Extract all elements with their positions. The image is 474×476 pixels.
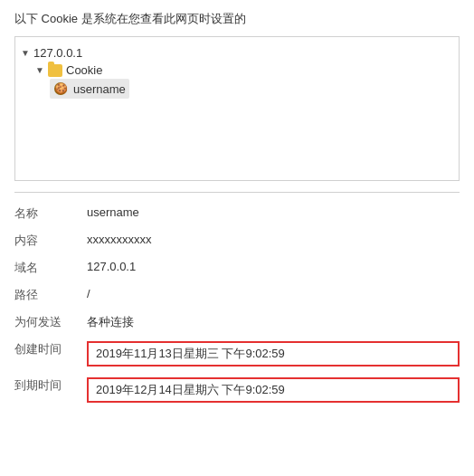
tree-root-label: 127.0.0.1 [33,46,82,60]
detail-value-created: 2019年11月13日星期三 下午9:02:59 [87,341,460,367]
cookie-circle-shape [54,82,67,95]
detail-row-content: 内容 xxxxxxxxxxx [14,227,460,254]
detail-value-name: username [87,205,460,219]
page-title: 以下 Cookie 是系统在您查看此网页时设置的 [14,11,460,27]
page-container: 以下 Cookie 是系统在您查看此网页时设置的 ▼ 127.0.0.1 ▼ C… [0,0,474,476]
tree-node-username[interactable]: username [50,79,129,99]
detail-row-expires: 到期时间 2019年12月14日星期六 下午9:02:59 [14,372,460,408]
detail-row-send: 为何发送 各种连接 [14,309,460,336]
detail-row-name: 名称 username [14,200,460,227]
detail-row-created: 创建时间 2019年11月13日星期三 下午9:02:59 [14,336,460,372]
detail-label-expires: 到期时间 [14,377,87,394]
detail-label-path: 路径 [14,287,87,303]
detail-value-expires: 2019年12月14日星期六 下午9:02:59 [87,377,460,403]
detail-label-send: 为何发送 [14,314,87,330]
details-table: 名称 username 内容 xxxxxxxxxxx 域名 127.0.0.1 … [14,192,460,408]
folder-icon [48,64,62,77]
tree-container: ▼ 127.0.0.1 ▼ Cookie username [14,36,460,181]
tree-node-cookie[interactable]: ▼ Cookie [35,62,453,79]
tree-cookie-label: Cookie [66,63,102,77]
cookie-icon [53,81,68,96]
tree-arrow-root: ▼ [21,48,30,58]
detail-value-path: / [87,287,460,300]
detail-label-domain: 域名 [14,260,87,276]
tree-username-label: username [73,82,126,96]
detail-label-name: 名称 [14,205,87,222]
detail-value-send: 各种连接 [87,314,460,330]
detail-value-content: xxxxxxxxxxx [87,233,460,246]
detail-row-path: 路径 / [14,281,460,309]
tree-arrow-cookie: ▼ [35,65,44,75]
detail-label-created: 创建时间 [14,341,87,357]
tree-node-root[interactable]: ▼ 127.0.0.1 [21,44,453,62]
detail-label-content: 内容 [14,233,87,249]
detail-row-domain: 域名 127.0.0.1 [14,254,460,281]
detail-value-domain: 127.0.0.1 [87,260,460,273]
